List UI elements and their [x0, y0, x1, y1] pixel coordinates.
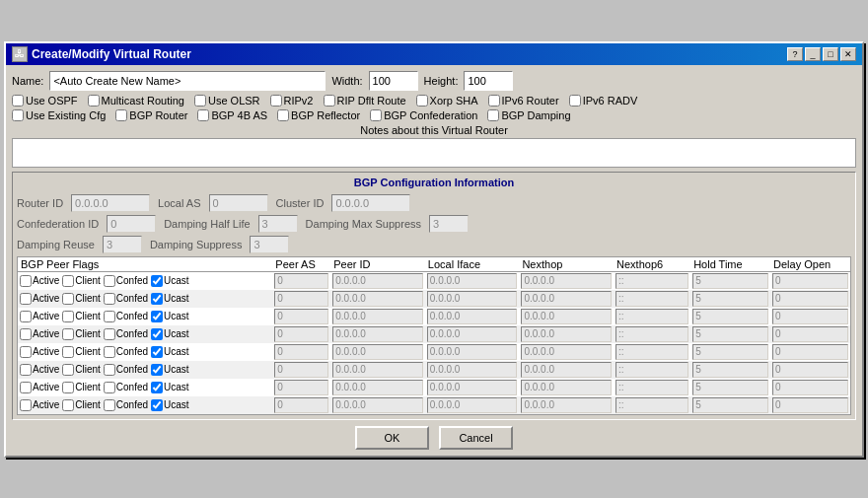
active-checkbox-0[interactable] [20, 275, 32, 287]
delay-open-input-2[interactable] [772, 309, 848, 324]
confed-checkbox-1[interactable] [104, 293, 115, 305]
client-checkbox-3[interactable] [62, 328, 74, 340]
height-input[interactable] [464, 71, 513, 91]
hold-time-input-7[interactable] [692, 397, 768, 413]
active-checkbox-5[interactable] [20, 364, 32, 376]
confed-checkbox-2[interactable] [104, 311, 115, 322]
confed-checkbox-0[interactable] [104, 275, 115, 287]
peer-as-input-2[interactable] [274, 309, 328, 324]
hold-time-input-4[interactable] [692, 344, 768, 360]
active-checkbox-2[interactable] [20, 311, 32, 322]
local-iface-input-5[interactable] [427, 362, 518, 378]
nexthop6-input-4[interactable] [615, 344, 688, 360]
ucast-checkbox-7[interactable] [151, 399, 163, 411]
rip-dflt-checkbox[interactable] [324, 95, 335, 107]
damping-max-suppress-input[interactable] [429, 215, 469, 233]
active-checkbox-7[interactable] [20, 399, 32, 411]
peer-id-input-4[interactable] [332, 344, 423, 360]
nexthop-input-0[interactable] [521, 273, 612, 289]
notes-area[interactable] [12, 138, 856, 168]
nexthop6-input-3[interactable] [615, 326, 688, 342]
ipv6radv-checkbox[interactable] [569, 95, 581, 107]
hold-time-input-0[interactable] [692, 273, 768, 289]
width-input[interactable] [369, 71, 418, 91]
nexthop-input-3[interactable] [521, 326, 612, 342]
ucast-checkbox-4[interactable] [151, 346, 163, 358]
local-iface-input-7[interactable] [427, 397, 518, 413]
confed-checkbox-3[interactable] [104, 328, 115, 340]
ucast-checkbox-6[interactable] [151, 382, 163, 393]
bgp-reflector-checkbox[interactable] [277, 109, 289, 121]
damping-reuse-input[interactable] [103, 236, 142, 253]
confed-checkbox-6[interactable] [104, 382, 115, 393]
delay-open-input-3[interactable] [772, 326, 848, 342]
client-checkbox-0[interactable] [62, 275, 74, 287]
delay-open-input-0[interactable] [772, 273, 848, 289]
nexthop-input-1[interactable] [521, 291, 612, 307]
client-checkbox-5[interactable] [62, 364, 74, 376]
hold-time-input-3[interactable] [692, 326, 768, 342]
nexthop-input-4[interactable] [521, 344, 612, 360]
confed-checkbox-7[interactable] [104, 399, 115, 411]
client-checkbox-7[interactable] [62, 399, 74, 411]
peer-id-input-2[interactable] [332, 309, 423, 324]
local-as-input[interactable] [209, 194, 268, 212]
bgp-damping-checkbox[interactable] [487, 109, 499, 121]
peer-as-input-1[interactable] [274, 291, 328, 307]
peer-id-input-5[interactable] [332, 362, 423, 378]
ucast-checkbox-5[interactable] [151, 364, 163, 376]
active-checkbox-4[interactable] [20, 346, 32, 358]
active-checkbox-6[interactable] [20, 382, 32, 393]
maximize-button[interactable]: □ [823, 47, 838, 61]
nexthop6-input-0[interactable] [615, 273, 688, 289]
peer-id-input-3[interactable] [332, 326, 423, 342]
active-checkbox-3[interactable] [20, 328, 32, 340]
peer-as-input-5[interactable] [274, 362, 328, 378]
local-iface-input-3[interactable] [427, 326, 518, 342]
close-button[interactable]: ✕ [840, 47, 856, 61]
minimize-button[interactable]: _ [805, 47, 821, 61]
bgp4b-checkbox[interactable] [197, 109, 209, 121]
nexthop-input-7[interactable] [521, 397, 612, 413]
client-checkbox-4[interactable] [62, 346, 74, 358]
local-iface-input-2[interactable] [427, 309, 518, 324]
delay-open-input-1[interactable] [772, 291, 848, 307]
ripv2-checkbox[interactable] [270, 95, 282, 107]
damping-half-life-input[interactable] [258, 215, 298, 233]
nexthop6-input-1[interactable] [615, 291, 688, 307]
ucast-checkbox-2[interactable] [151, 311, 163, 322]
existing-cfg-checkbox[interactable] [12, 109, 24, 121]
peer-id-input-7[interactable] [332, 397, 423, 413]
ok-button[interactable]: OK [355, 426, 429, 450]
peer-id-input-0[interactable] [332, 273, 423, 289]
delay-open-input-7[interactable] [772, 397, 848, 413]
ucast-checkbox-3[interactable] [151, 328, 163, 340]
active-checkbox-1[interactable] [20, 293, 32, 305]
bgp-confederation-checkbox[interactable] [370, 109, 382, 121]
ucast-checkbox-1[interactable] [151, 293, 163, 305]
confed-checkbox-4[interactable] [104, 346, 115, 358]
confed-checkbox-5[interactable] [104, 364, 115, 376]
peer-id-input-6[interactable] [332, 380, 423, 395]
peer-as-input-3[interactable] [274, 326, 328, 342]
peer-as-input-4[interactable] [274, 344, 328, 360]
ucast-checkbox-0[interactable] [151, 275, 163, 287]
peer-as-input-7[interactable] [274, 397, 328, 413]
nexthop-input-2[interactable] [521, 309, 612, 324]
nexthop6-input-5[interactable] [615, 362, 688, 378]
ospf-checkbox[interactable] [12, 95, 24, 107]
peer-as-input-6[interactable] [274, 380, 328, 395]
hold-time-input-6[interactable] [692, 380, 768, 395]
name-input[interactable] [49, 71, 326, 91]
olsr-checkbox[interactable] [194, 95, 206, 107]
client-checkbox-6[interactable] [62, 382, 74, 393]
nexthop-input-5[interactable] [521, 362, 612, 378]
delay-open-input-4[interactable] [772, 344, 848, 360]
help-button[interactable]: ? [787, 47, 803, 61]
damping-suppress-input[interactable] [250, 236, 289, 253]
peer-id-input-1[interactable] [332, 291, 423, 307]
nexthop6-input-2[interactable] [615, 309, 688, 324]
local-iface-input-4[interactable] [427, 344, 518, 360]
hold-time-input-1[interactable] [692, 291, 768, 307]
xorp-checkbox[interactable] [416, 95, 428, 107]
